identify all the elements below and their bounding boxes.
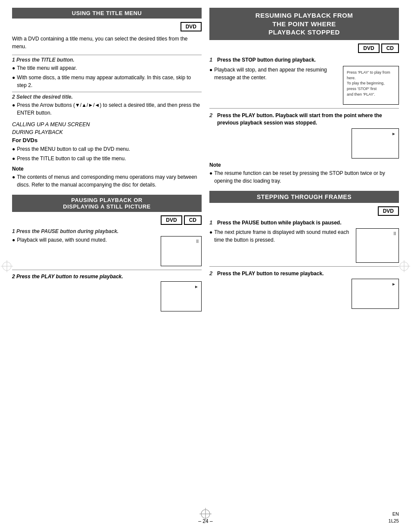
bullet-dvd-2: ● Press the TITLE button to call up the … (12, 155, 202, 162)
right-column: RESUMING PLAYBACK FROM THE POINT WHERE P… (209, 8, 399, 311)
resuming-step2-row: 2 Press the PLAY button. Playback will s… (209, 112, 399, 127)
pausing-section: PAUSING PLAYBACK OR DISPLAYING A STILL P… (12, 195, 202, 311)
note-label-resuming: Note (209, 162, 399, 168)
title-menu-intro: With a DVD containing a title menu, you … (12, 35, 202, 50)
crosshair-left-icon (1, 260, 13, 272)
bullet-icon-5: ● (12, 155, 15, 162)
step2-title-label: 2 Select the desired title. (12, 92, 202, 100)
pause-icon-stepping: II (393, 231, 396, 236)
pausing-badge-row: DVD CD (12, 215, 202, 225)
footer: – 24 – EN1L25 (0, 518, 411, 524)
stepping-step1-text: Press the PAUSE button while playback is… (217, 219, 399, 227)
resuming-section: RESUMING PLAYBACK FROM THE POINT WHERE P… (209, 8, 399, 185)
dvd-badge-stepping: DVD (378, 206, 399, 216)
divider-3 (209, 266, 399, 267)
page-number: – 24 – (198, 518, 212, 524)
stepping-step2-text: Press the PLAY button to resume playback… (217, 270, 399, 277)
resuming-screen-box-2: ► (352, 128, 399, 159)
resuming-step1-text: Press the STOP button during playback. (217, 56, 399, 64)
pause-icon-1: II (196, 239, 199, 244)
play-icon-stepping: ► (392, 282, 396, 286)
bullet-icon-7: ● (12, 236, 15, 244)
page: USING THE TITLE MENU DVD With a DVD cont… (0, 0, 411, 532)
resuming-screen-text: Press 'PLAY' to play from here. To play … (343, 66, 399, 100)
stepping-header: STEPPING THROUGH FRAMES (209, 191, 399, 203)
divider-2 (209, 108, 399, 109)
bullet-icon-6: ● (12, 173, 15, 181)
bullet-icon-4: ● (12, 145, 15, 153)
pausing-step1-content: ● Playback will pause, with sound muted. (12, 236, 157, 246)
stepping-step2-row: 2 Press the PLAY button to resume playba… (209, 270, 399, 277)
resuming-step2-text: Press the PLAY button. Playback will sta… (217, 112, 399, 127)
pause-screen-box-1: II (161, 236, 202, 266)
title-menu-badge-row: DVD (12, 22, 202, 31)
bullet-title-3: ● Press the Arrow buttons (▼/▲/►/◄) to s… (12, 101, 202, 117)
bullet-title-1: ● The title menu will appear. (12, 64, 202, 72)
pausing-step2-label: 2 Press the PLAY button to resume playba… (12, 274, 202, 280)
left-column: USING THE TITLE MENU DVD With a DVD cont… (12, 8, 202, 311)
stepping-screen-box-1: II (356, 228, 399, 263)
resuming-step2-num: 2 (209, 112, 217, 118)
dvd-badge-title: DVD (181, 22, 202, 31)
bullet-pause-1: ● Playback will pause, with sound muted. (12, 236, 157, 244)
bullet-icon-10: ● (209, 228, 212, 236)
resuming-step1-num: 1 (209, 56, 217, 63)
stepping-step1-num: 1 (209, 219, 217, 226)
bullet-icon-3: ● (12, 101, 15, 109)
pausing-step1-label: 1 Press the PAUSE button during playback… (12, 228, 202, 234)
pause-screen-box-2: ► (161, 281, 202, 311)
dvd-badge-pausing: DVD (161, 215, 182, 225)
bullet-icon-9: ● (209, 169, 212, 177)
bullet-icon-8: ● (209, 66, 212, 74)
play-icon-pause: ► (194, 284, 199, 289)
stepping-step1-row: 1 Press the PAUSE button while playback … (209, 219, 399, 227)
bullet-stepping-1: ● The next picture frame is displayed wi… (209, 228, 352, 244)
stepping-step1-content: ● The next picture frame is displayed wi… (209, 228, 352, 246)
step1-title-label: 1 Press the TITLE button. (12, 55, 202, 63)
dvd-badge-resuming: DVD (358, 44, 379, 53)
bullet-dvd-1: ● Press the MENU button to call up the D… (12, 145, 202, 153)
resuming-badge-row: DVD CD (209, 44, 399, 53)
resuming-screen-box-1: Press 'PLAY' to play from here. To play … (343, 66, 399, 105)
footer-lang: EN1L25 (389, 511, 399, 524)
pausing-header: PAUSING PLAYBACK OR DISPLAYING A STILL P… (12, 195, 202, 212)
resuming-step1-row: 1 Press the STOP button during playback. (209, 56, 399, 64)
bullet-resuming-note: ● The resume function can be reset by pr… (209, 169, 399, 185)
resuming-step1-content: ● Playback will stop, and then appear th… (209, 66, 339, 83)
cd-badge-pausing: CD (184, 215, 202, 225)
title-menu-header: USING THE TITLE MENU (12, 8, 202, 19)
bullet-icon-1: ● (12, 64, 15, 72)
stepping-screen-box-2: ► (352, 279, 399, 309)
bullet-resuming-1: ● Playback will stop, and then appear th… (209, 66, 339, 81)
bullet-title-2: ● With some discs, a title menu may appe… (12, 74, 202, 89)
crosshair-right-icon (398, 260, 410, 272)
stepping-badge-row: DVD (209, 206, 399, 216)
note-label-title: Note (12, 166, 202, 172)
calling-header: CALLING UP A MENU SCREENDURING PLAYBACK (12, 121, 202, 136)
cd-badge-resuming: CD (381, 44, 399, 53)
bullet-icon-2: ● (12, 74, 15, 81)
stepping-section: STEPPING THROUGH FRAMES DVD 1 Press the … (209, 191, 399, 309)
divider-1 (12, 270, 202, 270)
stepping-step2-num: 2 (209, 270, 217, 277)
for-dvds-label: For DVDs (12, 137, 202, 143)
bullet-note-1: ● The contents of menus and correspondin… (12, 173, 202, 189)
play-icon-resuming: ► (392, 131, 396, 136)
resuming-header: RESUMING PLAYBACK FROM THE POINT WHERE P… (209, 8, 399, 40)
